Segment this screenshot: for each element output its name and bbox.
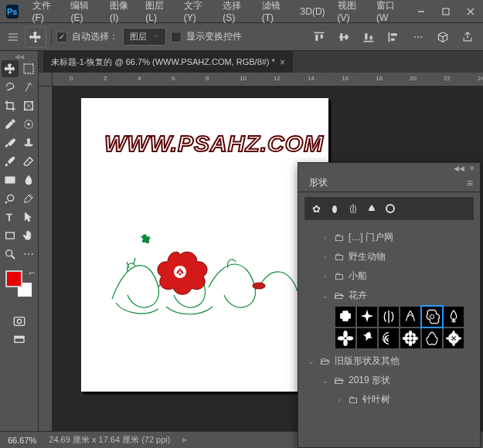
svg-rect-35	[15, 336, 24, 338]
brush-tool[interactable]	[2, 134, 19, 151]
share-icon[interactable]	[458, 28, 477, 46]
zoom-tool[interactable]	[2, 246, 19, 263]
path-select-tool[interactable]	[20, 209, 37, 226]
rectangle-tool[interactable]	[2, 227, 19, 244]
lasso-tool[interactable]	[2, 79, 19, 96]
shape-thumb[interactable]	[335, 307, 355, 327]
shape-preview-4[interactable]	[363, 200, 380, 217]
document-tab-label: 未标题-1-恢复的 @ 66.7% (WWW.PSAHZ.COM, RGB/8#…	[51, 56, 275, 68]
quickmask-tool[interactable]	[10, 314, 29, 329]
tree-item-conifer[interactable]: › 🗀 针叶树	[298, 390, 480, 409]
tab-close-icon[interactable]: ×	[280, 57, 285, 68]
shape-thumb[interactable]	[422, 328, 442, 348]
swap-colors-icon[interactable]: ⤺	[29, 269, 35, 277]
menu-type[interactable]: 文字(Y)	[178, 0, 216, 23]
shape-thumb[interactable]	[357, 328, 377, 348]
autoselect-dropdown[interactable]: 图层 ﹀	[123, 28, 166, 46]
tree-item-flower[interactable]: ⌄ 🗁 花卉	[298, 286, 480, 305]
tree-item-wild[interactable]: › 🗀 野生动物	[298, 247, 480, 266]
menu-3d[interactable]: 3D(D)	[294, 6, 332, 17]
panel-close-icon[interactable]: ✕	[469, 165, 475, 172]
blur-tool[interactable]	[20, 171, 37, 188]
svg-point-46	[430, 314, 434, 319]
document-tab[interactable]: 未标题-1-恢复的 @ 66.7% (WWW.PSAHZ.COM, RGB/8#…	[43, 51, 293, 73]
align-top-icon[interactable]	[310, 28, 328, 46]
shape-preview-5[interactable]	[382, 200, 399, 217]
3d-mode-icon[interactable]	[434, 28, 452, 46]
shape-thumb[interactable]	[444, 307, 464, 327]
panel-menu-icon[interactable]: ≡	[467, 177, 474, 189]
eyedropper-tool[interactable]	[2, 116, 19, 133]
shape-thumb[interactable]	[379, 307, 399, 327]
shape-preview-3[interactable]	[345, 200, 362, 217]
tree-item-2019[interactable]: ⌄ 🗁 2019 形状	[298, 371, 480, 390]
svg-point-45	[386, 205, 394, 212]
menu-file[interactable]: 文件(F)	[26, 0, 65, 23]
align-more-icon[interactable]: ⋯	[409, 28, 427, 46]
menu-filter[interactable]: 滤镜(T)	[256, 0, 294, 23]
shape-thumb[interactable]	[400, 328, 420, 348]
document-canvas[interactable]: WWW.PSAHZ.COM	[81, 98, 328, 392]
svg-point-27	[7, 195, 13, 201]
history-brush-tool[interactable]	[2, 153, 19, 170]
move-tool[interactable]	[2, 60, 19, 77]
menu-window[interactable]: 窗口(W	[370, 0, 409, 23]
shape-thumb[interactable]	[400, 307, 420, 327]
status-menu-icon[interactable]: ▶	[182, 436, 187, 443]
align-controls: ⋯	[310, 28, 477, 46]
maximize-button[interactable]	[434, 0, 458, 23]
align-bottom-icon[interactable]	[359, 28, 378, 46]
healing-tool[interactable]	[20, 116, 37, 133]
minimize-button[interactable]	[409, 0, 434, 23]
svg-rect-18	[391, 38, 395, 40]
toolbox-collapse[interactable]: ◀◀	[0, 53, 38, 60]
align-vcenter-icon[interactable]	[335, 28, 353, 46]
menu-view[interactable]: 视图(V)	[332, 0, 370, 23]
frame-tool[interactable]	[20, 97, 37, 114]
marquee-tool[interactable]	[20, 60, 37, 77]
menu-image[interactable]: 图像(I)	[104, 0, 139, 23]
dodge-tool[interactable]	[2, 190, 19, 207]
tree-item-boat[interactable]: › 🗀 小船	[298, 266, 480, 286]
shape-thumb[interactable]	[357, 307, 377, 327]
magic-wand-tool[interactable]	[20, 79, 37, 96]
shape-thumb[interactable]	[335, 328, 355, 348]
tree-item-legacy[interactable]: ⌄ 🗁 旧版形状及其他	[298, 351, 480, 371]
autoselect-checkbox[interactable]: ✓	[56, 32, 67, 42]
menu-select[interactable]: 选择(S)	[216, 0, 255, 23]
eraser-tool[interactable]	[20, 153, 37, 170]
chevron-right-icon: ›	[335, 396, 343, 404]
align-left-icon[interactable]	[384, 28, 403, 46]
edit-toolbar[interactable]: ⋯	[20, 246, 37, 263]
menu-layer[interactable]: 图层(L)	[139, 0, 177, 23]
zoom-level[interactable]: 66.67%	[8, 436, 36, 445]
svg-point-57	[411, 339, 416, 344]
shape-thumb[interactable]	[444, 328, 464, 348]
gradient-tool[interactable]	[2, 171, 19, 188]
close-button[interactable]	[458, 0, 483, 23]
clone-stamp-tool[interactable]	[20, 134, 37, 151]
shape-preview-1[interactable]: ✿	[308, 200, 325, 217]
color-swatches[interactable]: ⤺	[5, 270, 33, 298]
shape-thumb[interactable]	[379, 328, 399, 348]
move-tool-indicator[interactable]	[25, 26, 46, 48]
shape-thumb-selected[interactable]	[422, 307, 442, 327]
hand-tool[interactable]	[20, 227, 37, 244]
tree-item-cut[interactable]: › 🗀 […] 门户网	[298, 228, 480, 247]
horizontal-ruler[interactable]: .0.2.4.6.8.10.12.14.16.18202224	[53, 73, 483, 87]
screenmode-tool[interactable]	[10, 332, 29, 348]
vertical-ruler[interactable]	[39, 87, 53, 431]
shapes-panel[interactable]: ◀◀ ✕ 形状 ≡ ✿ › 🗀 […] 门户网 › 🗀 野生动物 › 🗀 小船 …	[298, 162, 481, 448]
menu-edit[interactable]: 编辑(E)	[64, 0, 103, 23]
panel-collapse-icon[interactable]: ◀◀	[454, 165, 464, 172]
options-menu-icon[interactable]	[6, 32, 20, 42]
shapes-tab[interactable]: 形状	[304, 173, 332, 192]
pen-tool[interactable]	[20, 190, 37, 207]
crop-tool[interactable]	[2, 97, 19, 114]
show-transform-checkbox[interactable]	[171, 32, 182, 42]
tree-label: 小船	[349, 270, 367, 283]
ruler-origin[interactable]	[39, 73, 53, 87]
type-tool[interactable]: T	[2, 209, 19, 226]
foreground-swatch[interactable]	[5, 270, 22, 287]
shape-preview-2[interactable]	[326, 200, 343, 217]
